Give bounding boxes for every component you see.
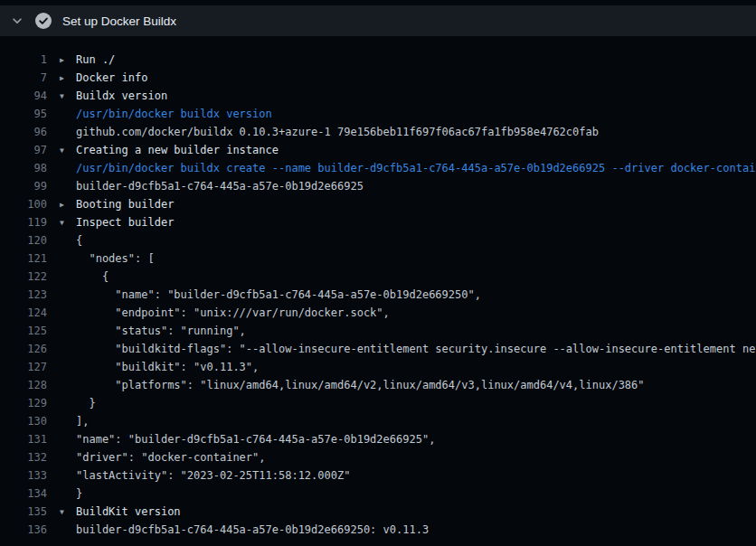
line-number[interactable]: 133 [0,466,47,485]
line-number[interactable]: 1 [0,51,47,69]
log-output-line: 129 } [0,394,756,412]
line-text: "lastActivity": "2023-02-25T11:58:12.000… [76,469,350,482]
log-output-line: 131 "name": "builder-d9cfb5a1-c764-445a-… [0,430,756,448]
line-text: Docker info [76,71,147,84]
log-output-line: 96 github.com/docker/buildx 0.10.3+azure… [0,123,756,141]
line-number[interactable]: 125 [0,322,47,340]
line-text: { [76,234,82,247]
line-number[interactable]: 100 [0,195,47,213]
line-number[interactable]: 127 [0,358,47,376]
line-text: "endpoint": "unix:///var/run/docker.sock… [76,306,390,319]
line-text: "driver": "docker-container", [76,451,266,464]
log-output-line: 132 "driver": "docker-container", [0,448,756,466]
log-output-line: 133 "lastActivity": "2023-02-25T11:58:12… [0,466,756,485]
line-text: builder-d9cfb5a1-c764-445a-a57e-0b19d2e6… [76,523,429,536]
line-number[interactable]: 95 [0,105,47,123]
log-output-line: 127 "buildkit": "v0.11.3", [0,358,756,376]
log-group-row-expanded[interactable]: 135 ▼BuildKit version [0,503,756,521]
log-output-line: 134 } [0,485,756,503]
log-group-row-collapsed[interactable]: 1 ▶Run ./ [0,51,756,69]
log-output-line: 128 "platforms": "linux/amd64,linux/amd6… [0,376,756,394]
chevron-down-icon[interactable] [11,14,24,27]
log-group-row-expanded[interactable]: 94 ▼Buildx version [0,87,756,105]
line-number[interactable]: 130 [0,412,47,430]
group-collapsed-icon: ▶ [60,196,76,213]
line-text: Buildx version [76,89,167,102]
line-number[interactable]: 135 [0,503,47,521]
line-text: BuildKit version [76,505,181,518]
line-number[interactable]: 129 [0,394,47,412]
group-expanded-icon: ▼ [60,142,76,159]
line-number[interactable]: 99 [0,177,47,195]
line-text: "buildkit": "v0.11.3", [76,361,259,373]
group-collapsed-icon: ▶ [60,52,76,69]
line-text: /usr/bin/docker buildx version [76,108,272,120]
log-output-line: 125 "status": "running", [0,322,756,340]
log-output-line: 120 { [0,231,756,249]
line-number[interactable]: 122 [0,268,47,286]
line-number[interactable]: 121 [0,249,47,268]
line-text: Run ./ [76,53,115,66]
line-text: "platforms": "linux/amd64,linux/amd64/v2… [76,379,645,391]
line-text: ], [76,415,89,428]
log-command-line: 95 /usr/bin/docker buildx version [0,105,756,123]
step-header[interactable]: Set up Docker Buildx [0,5,756,36]
line-text: /usr/bin/docker buildx create --name bui… [76,162,756,174]
log-group-row-expanded[interactable]: 97 ▼Creating a new builder instance [0,141,756,159]
line-number[interactable]: 7 [0,69,47,87]
line-number[interactable]: 98 [0,159,47,177]
line-text: } [76,487,82,500]
log-output-line: 123 "name": "builder-d9cfb5a1-c764-445a-… [0,286,756,304]
line-number[interactable]: 94 [0,87,47,105]
line-text: Inspect builder [76,216,174,229]
log-command-line: 98 /usr/bin/docker buildx create --name … [0,159,756,177]
line-number[interactable]: 96 [0,123,47,141]
log-output-line: 99 builder-d9cfb5a1-c764-445a-a57e-0b19d… [0,177,756,195]
line-number[interactable]: 124 [0,304,47,322]
line-text: } [76,397,96,410]
line-text: "name": "builder-d9cfb5a1-c764-445a-a57e… [76,288,481,301]
log-output-line: 136 builder-d9cfb5a1-c764-445a-a57e-0b19… [0,521,756,539]
group-expanded-icon: ▼ [60,214,76,231]
line-number[interactable]: 123 [0,286,47,304]
line-text: Booting builder [76,198,174,211]
log-output-line: 124 "endpoint": "unix:///var/run/docker.… [0,304,756,322]
line-text: { [76,270,109,283]
group-expanded-icon: ▼ [60,504,76,521]
line-text: "status": "running", [76,325,246,337]
line-number[interactable]: 136 [0,521,47,539]
line-number[interactable]: 120 [0,231,47,249]
line-number[interactable]: 97 [0,141,47,159]
log-output-line: 121 "nodes": [ [0,249,756,268]
line-number[interactable]: 126 [0,340,47,358]
line-text: github.com/docker/buildx 0.10.3+azure-1 … [76,126,599,138]
line-number[interactable]: 128 [0,376,47,394]
line-text: "nodes": [ [76,252,155,265]
line-number[interactable]: 131 [0,430,47,448]
log-output-line: 130 ], [0,412,756,430]
line-text: "buildkitd-flags": "--allow-insecure-ent… [76,343,756,355]
group-expanded-icon: ▼ [60,88,76,105]
line-number[interactable]: 132 [0,448,47,466]
log-viewer: 1 ▶Run ./ 7 ▶Docker info 94 ▼Buildx vers… [0,51,756,539]
group-collapsed-icon: ▶ [60,70,76,87]
log-group-row-collapsed[interactable]: 7 ▶Docker info [0,69,756,87]
line-number[interactable]: 119 [0,213,47,231]
check-circle-icon [35,13,52,29]
line-text: "name": "builder-d9cfb5a1-c764-445a-a57e… [76,433,435,446]
line-text: Creating a new builder instance [76,144,279,156]
step-title: Set up Docker Buildx [62,14,176,28]
log-output-line: 126 "buildkitd-flags": "--allow-insecure… [0,340,756,358]
log-group-row-collapsed[interactable]: 100 ▶Booting builder [0,195,756,213]
line-number[interactable]: 134 [0,485,47,503]
log-output-line: 122 { [0,268,756,286]
line-text: builder-d9cfb5a1-c764-445a-a57e-0b19d2e6… [76,180,364,193]
log-group-row-expanded[interactable]: 119 ▼Inspect builder [0,213,756,231]
